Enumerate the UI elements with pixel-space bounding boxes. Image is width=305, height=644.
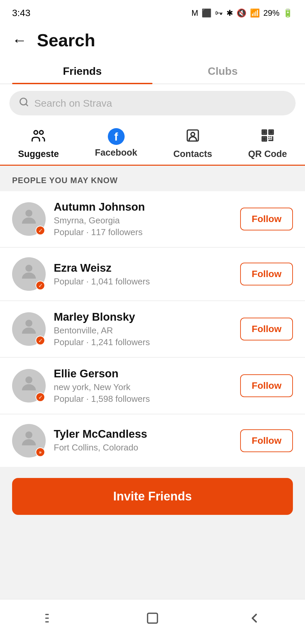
status-bar: 3:43 M ⬛ 🗝 ✱ 🔇 📶 29% 🔋: [0, 0, 305, 23]
mute-icon: 🔇: [236, 8, 247, 18]
person-info-3: Marley Blonsky Bentonville, AR Popular ·…: [54, 311, 232, 347]
avatar-wrap-4: ✓: [12, 369, 46, 402]
person-row-2: ✓ Ezra Weisz Popular · 1,041 followers F…: [0, 248, 305, 300]
sub-tab-facebook-label: Facebook: [95, 148, 137, 158]
search-container: Search on Strava: [0, 84, 305, 122]
status-time: 3:43: [12, 8, 31, 18]
person-followers-3: Popular · 1,241 followers: [54, 337, 232, 347]
nav-home-button[interactable]: [135, 607, 170, 632]
tab-clubs[interactable]: Clubs: [152, 57, 293, 84]
qrcode-icon: [260, 128, 275, 146]
suggested-icon: [31, 128, 46, 146]
svg-line-1: [26, 104, 28, 106]
svg-point-2: [34, 130, 38, 134]
battery-icon: 🔋: [283, 8, 293, 18]
tab-friends[interactable]: Friends: [12, 57, 152, 84]
svg-rect-26: [147, 613, 157, 623]
search-placeholder: Search on Strava: [34, 98, 112, 109]
person-name-1: Autumn Johnson: [54, 201, 232, 213]
person-location-3: Bentonville, AR: [54, 325, 232, 336]
svg-point-21: [26, 376, 33, 383]
verified-badge-1: ✓: [36, 226, 45, 235]
person-name-5: Tyler McCandless: [54, 428, 232, 440]
verified-badge-3: ✓: [36, 336, 45, 345]
person-followers-1: Popular · 117 followers: [54, 227, 232, 237]
person-info-2: Ezra Weisz Popular · 1,041 followers: [54, 262, 232, 287]
avatar-wrap-1: ✓: [12, 202, 46, 236]
svg-point-20: [26, 320, 33, 327]
svg-point-3: [40, 130, 43, 134]
person-location-5: Fort Collins, Colorado: [54, 442, 232, 453]
person-row-4: ✓ Ellie Gerson new york, New York Popula…: [0, 358, 305, 414]
video-icon: ⬛: [202, 8, 212, 18]
sub-tab-qrcode[interactable]: QR Code: [242, 128, 294, 165]
person-row-5: » Tyler McCandless Fort Collins, Colorad…: [0, 415, 305, 467]
svg-rect-11: [263, 138, 265, 140]
header: ← Search: [0, 23, 305, 57]
svg-point-19: [26, 265, 33, 272]
status-icons: M ⬛ 🗝 ✱ 🔇 📶 29% 🔋: [191, 8, 293, 18]
follow-button-5[interactable]: Follow: [240, 429, 293, 452]
search-bar[interactable]: Search on Strava: [9, 91, 296, 115]
person-name-3: Marley Blonsky: [54, 311, 232, 323]
follow-button-1[interactable]: Follow: [240, 208, 293, 230]
svg-point-18: [26, 210, 33, 217]
sub-tab-facebook[interactable]: f Facebook: [88, 128, 144, 165]
verified-badge-2: ✓: [36, 281, 45, 290]
person-info-4: Ellie Gerson new york, New York Popular …: [54, 367, 232, 404]
svg-rect-9: [263, 131, 265, 133]
double-badge-5: »: [36, 447, 45, 457]
follow-button-2[interactable]: Follow: [240, 263, 293, 285]
person-followers-4: Popular · 1,598 followers: [54, 394, 232, 404]
nav-menu-button[interactable]: [33, 607, 68, 632]
verified-badge-4: ✓: [36, 392, 45, 402]
follow-button-3[interactable]: Follow: [240, 318, 293, 340]
bottom-nav: [0, 599, 305, 644]
sub-tab-suggested[interactable]: Suggeste: [11, 128, 66, 165]
svg-point-22: [26, 431, 33, 438]
person-followers-2: Popular · 1,041 followers: [54, 276, 232, 287]
bluetooth-icon: ✱: [226, 8, 233, 18]
key-icon: 🗝: [215, 8, 223, 18]
person-row-1: ✓ Autumn Johnson Smyrna, Georgia Popular…: [0, 191, 305, 247]
person-name-2: Ezra Weisz: [54, 262, 232, 274]
section-header: PEOPLE YOU MAY KNOW: [0, 166, 305, 191]
wifi-icon: 📶: [250, 8, 260, 18]
main-tabs: Friends Clubs: [0, 57, 305, 84]
back-button[interactable]: ←: [12, 33, 27, 48]
invite-friends-button[interactable]: Invite Friends: [12, 478, 293, 515]
sub-tab-qrcode-label: QR Code: [248, 149, 287, 159]
people-list: ✓ Autumn Johnson Smyrna, Georgia Popular…: [0, 191, 305, 467]
nav-back-button[interactable]: [237, 607, 272, 632]
follow-button-4[interactable]: Follow: [240, 374, 293, 397]
person-location-1: Smyrna, Georgia: [54, 215, 232, 226]
avatar-wrap-2: ✓: [12, 257, 46, 291]
person-location-4: new york, New York: [54, 382, 232, 392]
sub-tabs: Suggeste f Facebook Contacts: [0, 122, 305, 166]
avatar-wrap-3: ✓: [12, 312, 46, 346]
svg-point-5: [191, 132, 194, 136]
facebook-icon: f: [108, 128, 125, 145]
gmail-icon: M: [191, 8, 198, 18]
page-title: Search: [37, 30, 95, 50]
person-row-3: ✓ Marley Blonsky Bentonville, AR Popular…: [0, 301, 305, 357]
invite-section: Invite Friends: [0, 468, 305, 527]
contacts-icon: [185, 128, 200, 146]
search-icon: [19, 97, 29, 109]
avatar-wrap-5: »: [12, 424, 46, 458]
svg-rect-10: [270, 131, 272, 133]
sub-tab-contacts-label: Contacts: [173, 149, 212, 159]
sub-tab-suggested-label: Suggeste: [18, 149, 59, 159]
person-info-5: Tyler McCandless Fort Collins, Colorado: [54, 428, 232, 454]
battery-level: 29%: [263, 8, 279, 18]
sub-tab-contacts[interactable]: Contacts: [167, 128, 219, 165]
section-header-text: PEOPLE YOU MAY KNOW: [12, 176, 118, 185]
person-name-4: Ellie Gerson: [54, 367, 232, 380]
person-info-1: Autumn Johnson Smyrna, Georgia Popular ·…: [54, 201, 232, 237]
